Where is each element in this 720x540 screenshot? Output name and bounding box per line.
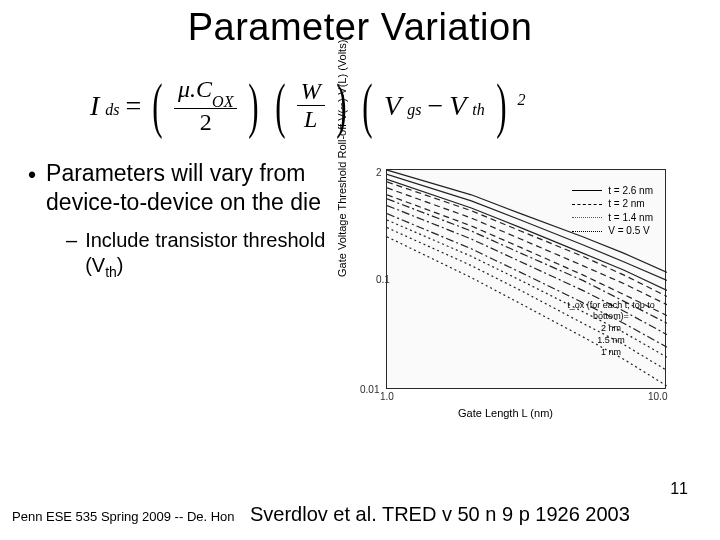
legend-label-1: t = 2 nm [608,197,644,211]
x-tick: 1.0 [380,391,394,402]
eq-vth-sub: th [472,101,484,119]
footer-left: Penn ESE 535 Spring 2009 -- De. Hon [12,509,235,524]
eq-lparen-1: ( [153,87,163,124]
bullet-dot-icon: • [28,159,36,217]
chart-frame: t = 2.6 nm t = 2 nm t = 1.4 nm V = 0.5 V… [386,169,666,389]
bullet-level-2: – Include transistor threshold (Vth) [66,228,328,282]
chart-ylabel: Gate Voltage Threshold Roll-off V(∞)-V(L… [336,39,348,276]
eq-lhs-var: I [90,90,99,122]
eq-lhs-sub: ds [105,101,119,119]
legend-line-dashdot-icon [572,217,602,218]
eq-rparen-3: ) [496,87,506,124]
text-column: • Parameters will vary from device-to-de… [28,159,328,282]
legend-label-0: t = 2.6 nm [608,184,653,198]
inset-val-2: 1 nm [557,347,665,359]
chart-inset-label: t_ox (for each t, top to bottom)= 2 nm 1… [557,300,665,358]
chart-xlabel: Gate Length L (nm) [458,407,553,419]
eq-frac-1: μ.COX 2 [174,77,237,135]
citation: Sverdlov et al. TRED v 50 n 9 p 1926 200… [250,503,630,526]
eq-frac2-den: L [300,106,321,132]
y-tick: 0.1 [376,274,390,285]
legend-row: t = 1.4 nm [572,211,653,225]
eq-frac1-den: 2 [196,109,216,135]
eq-vgs-v: V [384,90,401,122]
inset-val-0: 2 nm [557,323,665,335]
body-row: • Parameters will vary from device-to-de… [0,153,720,429]
y-tick: 2 [376,167,382,178]
bullet-1-text: Parameters will vary from device-to-devi… [46,159,328,217]
eq-frac1-num-sub: OX [212,93,233,110]
rolloff-chart: Gate Voltage Threshold Roll-off V(∞)-V(L… [338,159,698,429]
eq-vgs-sub: gs [407,101,421,119]
eq-vth-v: V [449,90,466,122]
legend-line-dot-icon [572,231,602,232]
slide-title: Parameter Variation [0,0,720,49]
legend-label-2: t = 1.4 nm [608,211,653,225]
legend-label-3: V = 0.5 V [608,224,649,238]
bullet-2-post: ) [117,254,124,276]
bullet-level-1: • Parameters will vary from device-to-de… [28,159,328,217]
x-tick: 10.0 [648,391,667,402]
eq-frac-2: W L [297,79,325,132]
eq-rparen-1: ) [249,87,259,124]
y-tick: 0.01 [360,384,379,395]
eq-lparen-3: ( [363,87,373,124]
eq-lparen-2: ( [275,87,285,124]
inset-title: t_ox (for each t, top to bottom)= [557,300,665,323]
bullet-2-sub: th [105,264,117,280]
legend-row: t = 2 nm [572,197,653,211]
legend-line-solid-icon [572,190,602,191]
eq-equals: = [126,90,142,122]
inset-val-1: 1.5 nm [557,335,665,347]
eq-minus: − [427,90,443,122]
ids-equation: Ids = ( μ.COX 2 ) ( W L ) ( Vgs − Vth )2 [90,77,720,135]
bullet-2-text: Include transistor threshold (Vth) [85,228,328,282]
legend-line-dash-icon [572,204,602,205]
eq-frac2-num: W [297,79,325,106]
eq-exponent: 2 [517,91,525,109]
bullet-dash-icon: – [66,228,77,282]
eq-frac1-num: μ.C [178,76,212,102]
legend-row: t = 2.6 nm [572,184,653,198]
page-number: 11 [670,480,688,498]
chart-legend: t = 2.6 nm t = 2 nm t = 1.4 nm V = 0.5 V [572,184,653,238]
legend-row: V = 0.5 V [572,224,653,238]
